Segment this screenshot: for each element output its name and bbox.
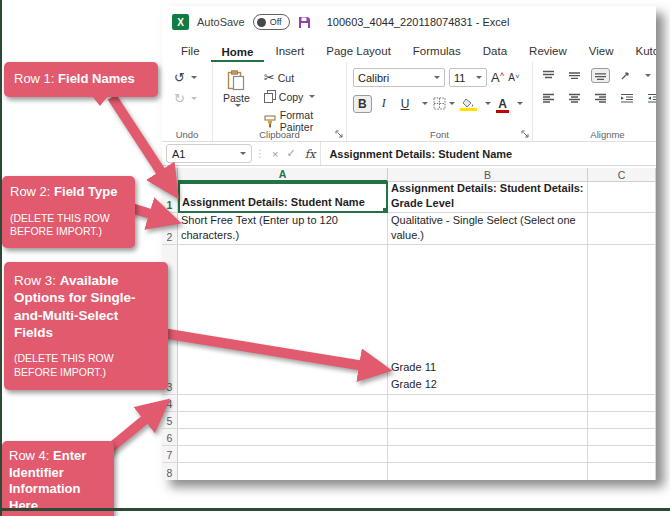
column-header-c[interactable]: C <box>588 168 656 182</box>
column-header-b[interactable]: B <box>388 168 588 182</box>
font-color-label: A <box>498 97 507 111</box>
cell-c5[interactable] <box>588 412 656 429</box>
autosave-state: Off <box>270 17 282 27</box>
chevron-down-icon <box>434 76 440 79</box>
borders-button[interactable] <box>433 97 455 110</box>
ribbon: ↺ ↻ Undo Paste <box>162 62 656 142</box>
caret-down-icon: ˅ <box>515 72 520 81</box>
callout-3-prefix: Row 3: <box>14 273 60 288</box>
fill-color-button[interactable] <box>460 98 477 109</box>
clipboard-group-label: Clipboard <box>213 129 346 140</box>
orientation-button[interactable] <box>617 68 635 83</box>
cell-a7[interactable] <box>178 446 388 463</box>
callout-4-prefix: Row 4: <box>9 448 53 463</box>
cell-a2[interactable]: Short Free Text (Enter up to 120 charact… <box>178 213 388 245</box>
formula-input[interactable]: Assignment Details: Student Name <box>320 142 656 165</box>
cancel-button[interactable]: × <box>268 148 282 160</box>
copy-button[interactable]: Copy <box>262 89 340 104</box>
cut-label: Cut <box>278 72 294 84</box>
decrease-indent-button[interactable] <box>617 91 637 106</box>
name-box[interactable]: A1 <box>166 144 252 163</box>
increase-indent-button[interactable] <box>644 91 656 106</box>
font-color-button[interactable]: A <box>496 97 509 111</box>
bold-button[interactable]: B <box>353 95 372 113</box>
cell-a1[interactable]: Assignment Details: Student Name <box>178 182 388 213</box>
chevron-down-icon <box>449 102 455 105</box>
insert-function-button[interactable]: fx <box>300 147 321 161</box>
cell-b1[interactable]: Assignment Details: Student Details: Gra… <box>388 182 588 213</box>
row-header-4[interactable]: 4 <box>162 395 178 412</box>
row-header-1[interactable]: 1 <box>162 182 178 213</box>
cell-c8[interactable] <box>588 463 656 480</box>
title-bar: X AutoSave Off 100603_4044_220118074831 … <box>162 6 656 38</box>
copy-icon <box>264 90 276 103</box>
italic-button[interactable]: I <box>377 94 391 113</box>
copy-label: Copy <box>279 91 304 103</box>
row-header-5[interactable]: 5 <box>162 412 178 429</box>
row-header-7[interactable]: 7 <box>162 446 178 463</box>
font-dialog-launcher-icon[interactable] <box>521 130 529 138</box>
cell-b8[interactable] <box>388 463 588 480</box>
cell-a6[interactable] <box>178 429 388 446</box>
tab-insert[interactable]: Insert <box>264 41 315 62</box>
row-header-6[interactable]: 6 <box>162 429 178 446</box>
align-middle-button[interactable] <box>565 68 584 83</box>
tab-page-layout[interactable]: Page Layout <box>315 41 402 62</box>
save-icon[interactable] <box>298 16 311 29</box>
chevron-down-icon <box>476 76 482 79</box>
paste-label: Paste <box>223 92 250 104</box>
cell-b7[interactable] <box>388 446 588 463</box>
row-header-2[interactable]: 2 <box>162 213 178 245</box>
cut-button[interactable]: ✂ Cut <box>262 70 340 85</box>
clipboard-dialog-launcher-icon[interactable] <box>335 130 343 138</box>
select-all-corner[interactable] <box>162 168 178 182</box>
autosave-toggle[interactable]: Off <box>253 14 290 30</box>
align-center-button[interactable] <box>565 91 584 106</box>
cell-a5[interactable] <box>178 412 388 429</box>
tab-data[interactable]: Data <box>472 41 518 62</box>
font-name-select[interactable]: Calibri <box>353 68 445 87</box>
paste-button[interactable]: Paste <box>219 68 254 127</box>
fill-color-swatch <box>460 108 477 111</box>
screenshot-canvas: X AutoSave Off 100603_4044_220118074831 … <box>0 0 670 516</box>
tab-formulas[interactable]: Formulas <box>402 41 472 62</box>
toggle-knob-icon <box>257 18 266 27</box>
undo-button[interactable]: ↺ <box>172 70 206 85</box>
redo-button[interactable]: ↻ <box>172 91 206 106</box>
chevron-down-icon <box>517 102 523 105</box>
cell-a8[interactable] <box>178 463 388 480</box>
cell-b3[interactable]: Grade 11 Grade 12 <box>388 245 588 395</box>
cell-c7[interactable] <box>588 446 656 463</box>
font-group: Calibri 11 A˄ A˅ B I U <box>346 62 532 141</box>
enter-button[interactable]: ✓ <box>282 147 299 160</box>
column-header-a[interactable]: A <box>178 168 388 182</box>
underline-button[interactable]: U <box>396 95 415 113</box>
cell-c1[interactable] <box>588 182 656 213</box>
cell-c3[interactable] <box>588 245 656 395</box>
align-left-button[interactable] <box>539 91 558 106</box>
tab-kutools-tm[interactable]: Kutools ™ <box>625 41 656 62</box>
align-right-button[interactable] <box>591 91 610 106</box>
callout-1-prefix: Row 1: <box>14 71 58 86</box>
cell-a4[interactable] <box>178 395 388 412</box>
shrink-font-button[interactable]: A˅ <box>508 72 519 83</box>
cell-a3[interactable] <box>178 245 388 395</box>
cell-b6[interactable] <box>388 429 588 446</box>
cell-c6[interactable] <box>588 429 656 446</box>
tab-review[interactable]: Review <box>518 41 578 62</box>
cell-c2[interactable] <box>588 213 656 245</box>
cell-b5[interactable] <box>388 412 588 429</box>
scissors-icon: ✂ <box>264 71 275 84</box>
row-header-8[interactable]: 8 <box>162 463 178 480</box>
tab-view[interactable]: View <box>578 41 625 62</box>
cell-c4[interactable] <box>588 395 656 412</box>
tab-file[interactable]: File <box>170 41 211 62</box>
caret-up-icon: ˄ <box>500 70 505 79</box>
align-bottom-button[interactable] <box>591 68 610 83</box>
grow-font-button[interactable]: A˄ <box>491 70 504 85</box>
cell-b4[interactable] <box>388 395 588 412</box>
tab-home[interactable]: Home <box>211 42 265 63</box>
cell-b2[interactable]: Qualitative - Single Select (Select one … <box>388 213 588 245</box>
align-top-button[interactable] <box>539 68 558 83</box>
font-size-select[interactable]: 11 <box>449 68 487 87</box>
